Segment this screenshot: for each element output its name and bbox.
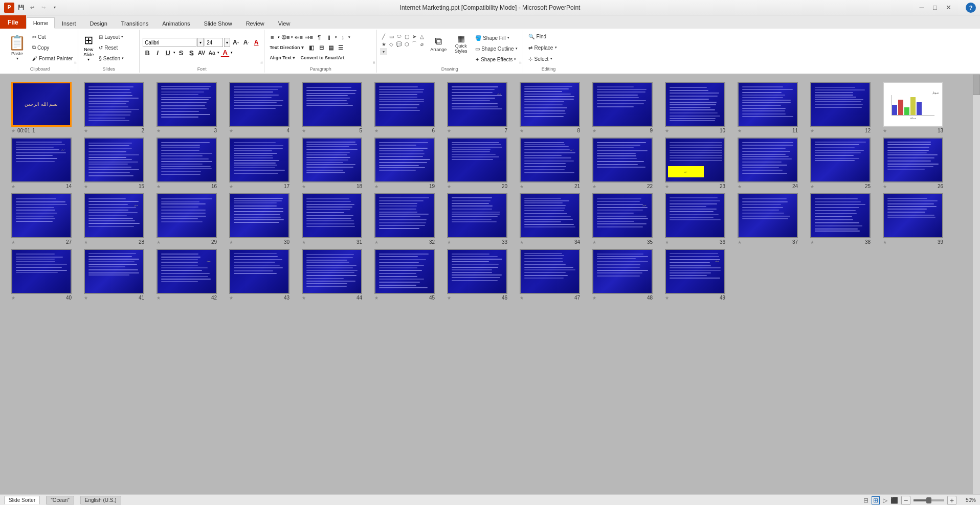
tab-view[interactable]: View [272, 17, 297, 29]
help-button[interactable]: ? [966, 3, 976, 13]
font-color-dropdown-icon[interactable]: ▾ [231, 51, 233, 55]
shape-cylinder[interactable]: ⬡ [403, 40, 410, 48]
slide-item-27[interactable]: ★ 27 [8, 193, 75, 245]
clipboard-expand-icon[interactable]: ⌗ [74, 60, 77, 65]
shape-oval[interactable]: ⬭ [395, 33, 403, 40]
slide-item-7[interactable]: عنوان ★ 7 [444, 82, 510, 133]
qat-dropdown-button[interactable]: ▾ [50, 3, 59, 12]
shadow-button[interactable]: S [187, 48, 196, 57]
shape-triangle[interactable]: △ [418, 33, 426, 40]
tab-slideshow[interactable]: Slide Show [197, 17, 239, 29]
clear-format-button[interactable]: A [252, 38, 261, 47]
case-dropdown-icon[interactable]: ▾ [217, 51, 219, 55]
scrollbar-thumb[interactable] [973, 75, 980, 95]
tab-transitions[interactable]: Transitions [115, 17, 155, 29]
bold-button[interactable]: B [143, 48, 152, 57]
slide-item-32[interactable]: ★ 32 [371, 193, 438, 245]
slide-item-41[interactable]: ★ 41 [81, 249, 147, 301]
find-button[interactable]: 🔍 Find [526, 31, 548, 41]
shape-star[interactable]: ★ [380, 40, 387, 48]
paragraph-expand-icon[interactable]: ⌗ [373, 60, 375, 65]
zoom-slider[interactable] [914, 499, 944, 501]
shape-outline-button[interactable]: ▭ Shape Outline ▾ [473, 43, 519, 54]
select-button[interactable]: ⊹ Select ▾ [526, 54, 555, 64]
slide-item-19[interactable]: ★ 19 [371, 137, 438, 189]
drawing-expand-icon[interactable]: ⌗ [519, 60, 522, 65]
slide-item-30[interactable]: ★ 30 [226, 193, 293, 245]
shape-effects-button[interactable]: ✦ Shape Effects ▾ [473, 54, 519, 64]
strikethrough-button[interactable]: S [176, 48, 186, 57]
slide-item-33[interactable]: ★ 33 [444, 193, 510, 245]
font-name-dropdown-icon[interactable]: ▾ [197, 38, 204, 47]
slide-item-39[interactable]: ★ 39 [880, 193, 946, 245]
decrease-font-button[interactable]: A- [241, 38, 251, 47]
paste-button[interactable]: 📋 Paste ▾ [5, 32, 29, 63]
slide-item-24[interactable]: ★ 24 [734, 137, 801, 189]
slide-item-20[interactable]: ★ 20 [444, 137, 510, 189]
normal-view-button[interactable]: ⊟ [863, 497, 868, 504]
shape-arc[interactable]: ⌒ [411, 40, 418, 48]
replace-button[interactable]: ⇄ Replace ▾ [526, 42, 560, 53]
slide-item-16[interactable]: ★ 16 [153, 137, 220, 189]
slide-item-6[interactable]: ★ 6 [371, 82, 438, 133]
qat-undo-button[interactable]: ↩ [28, 3, 37, 12]
shape-diamond[interactable]: ◇ [388, 40, 395, 48]
section-button[interactable]: § Section ▾ [97, 53, 126, 63]
italic-button[interactable]: I [153, 48, 162, 57]
slide-item-13[interactable]: نمودار می‌باشد ★ 13 [880, 82, 946, 133]
justify-button[interactable]: ☰ [336, 43, 345, 52]
close-button[interactable]: ✕ [943, 3, 953, 13]
slide-item-43[interactable]: ★ 43 [226, 249, 293, 301]
font-size-dropdown-icon[interactable]: ▾ [224, 38, 230, 47]
underline-button[interactable]: U [163, 48, 172, 57]
shape-more[interactable]: ▾ [380, 48, 387, 55]
slide-item-23[interactable]: متن زرد ★ 23 [662, 137, 728, 189]
theme-tab[interactable]: "Ocean" [46, 496, 74, 504]
zoom-level[interactable]: 50% [960, 497, 976, 503]
shape-fill-button[interactable]: 🪣 Shape Fill ▾ [473, 33, 519, 43]
quick-styles-button[interactable]: ▦ QuickStyles [451, 31, 471, 56]
shape-callout[interactable]: 💬 [395, 40, 403, 48]
slide-item-5[interactable]: ★ 5 [299, 82, 365, 133]
slide-item-40[interactable]: ★ 40 [8, 249, 75, 301]
slide-item-18[interactable]: ★ 18 [299, 137, 365, 189]
slide-item-11[interactable]: ★ 11 [734, 82, 801, 133]
increase-font-button[interactable]: A+ [231, 38, 240, 47]
line-spacing-dropdown-icon[interactable]: ▾ [348, 35, 350, 39]
tab-design[interactable]: Design [83, 17, 114, 29]
slide-item-8[interactable]: ★ 8 [517, 82, 583, 133]
zoom-slider-thumb[interactable] [926, 497, 931, 503]
slide-item-4[interactable]: ★ 4 [226, 82, 293, 133]
slide-item-38[interactable]: ★ 38 [807, 193, 874, 245]
tab-home[interactable]: Home [27, 17, 55, 29]
convert-smartart-button[interactable]: Convert to SmartArt [298, 53, 346, 62]
numbering-dropdown-icon[interactable]: ▾ [291, 35, 293, 39]
new-slide-dropdown-icon[interactable]: ▾ [87, 57, 90, 62]
slide-item-2[interactable]: ★ 2 [81, 82, 147, 133]
slide-item-42[interactable]: عنوان ★ 42 [153, 249, 220, 301]
shape-round-rect[interactable]: ▢ [403, 33, 410, 40]
slide-item-49[interactable]: عنوان ★ 49 [662, 249, 728, 301]
columns-button[interactable]: ⫿ [325, 33, 334, 42]
slide-item-36[interactable]: ★ 36 [662, 193, 728, 245]
slide-item-26[interactable]: ★ 26 [880, 137, 946, 189]
decrease-indent-button[interactable]: ⇐≡ [294, 33, 303, 42]
slide-item-45[interactable]: ★ 45 [371, 249, 438, 301]
slide-sorter-view-button[interactable]: ⊞ [872, 496, 880, 504]
cut-button[interactable]: ✂ Cut [30, 32, 75, 42]
slide-item-34[interactable]: ★ 34 [517, 193, 583, 245]
line-spacing-button[interactable]: ↕ [338, 33, 347, 42]
shape-right-arrow[interactable]: ➤ [411, 33, 418, 40]
shape-freeform[interactable]: ⌀ [418, 40, 426, 48]
font-size-input[interactable] [205, 38, 223, 47]
new-slide-button[interactable]: ⊞ NewSlide ▾ [81, 33, 96, 62]
shape-line[interactable]: ╱ [380, 33, 387, 40]
slide-item-21[interactable]: عنوان ★ 21 [517, 137, 583, 189]
bullets-button[interactable]: ≡ [268, 33, 277, 42]
slide-item-46[interactable]: ★ 46 [444, 249, 510, 301]
tab-review[interactable]: Review [239, 17, 271, 29]
slide-item-44[interactable]: ★ 44 [299, 249, 365, 301]
qat-save-button[interactable]: 💾 [16, 3, 26, 12]
slide-item-31[interactable]: ★ 31 [299, 193, 365, 245]
copy-button[interactable]: ⧉ Copy [30, 42, 75, 53]
